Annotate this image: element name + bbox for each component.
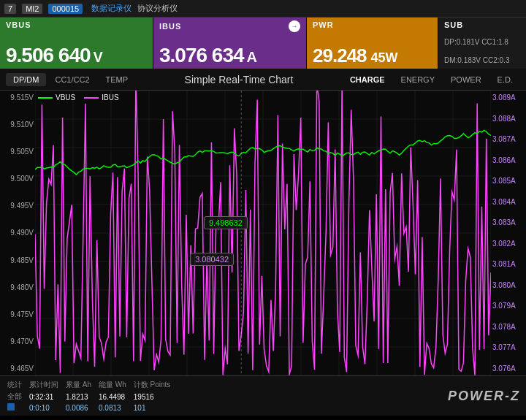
stats-all-points: 19516	[132, 391, 177, 402]
ibus-label: IBUS	[159, 22, 181, 31]
link-protocol-analyzer[interactable]: 协议分析仪	[137, 3, 178, 14]
pwr-unit: 45W	[371, 50, 398, 66]
chart-canvas[interactable]: VBUS IBUS 9.498632 3.080432	[35, 91, 491, 375]
stats-blue-time: 0:0:10	[28, 402, 64, 413]
tab-power[interactable]: POWER	[443, 73, 489, 86]
ibus-block: IBUS → 3.076 634 A	[153, 18, 307, 69]
stats-table: 统计 累计时间 累量 Ah 能量 Wh 计数 Points 全部 0:32:31…	[6, 379, 176, 413]
badge-number: 7	[4, 4, 16, 14]
metrics-row: VBUS 9.506 640 V IBUS → 3.076 634 A PWR …	[0, 18, 526, 69]
vbus-unit: V	[94, 49, 103, 66]
stats-header-ah: 累量 Ah	[64, 379, 97, 391]
stats-blue-wh: 0.0813	[97, 402, 132, 413]
vbus-block: VBUS 9.506 640 V	[0, 18, 153, 69]
tab-ed[interactable]: E.D.	[490, 73, 520, 86]
ibus-arrow-icon: →	[289, 20, 300, 32]
pwr-block: PWR 29.248 45W	[307, 18, 438, 69]
tab-dpdm[interactable]: DP/DM	[6, 73, 46, 86]
ibus-value: 3.076 634	[159, 45, 244, 66]
vbus-legend-label: VBUS	[56, 93, 75, 102]
vbus-label: VBUS	[6, 20, 147, 29]
stats-blue-label	[6, 402, 28, 413]
powerz-logo: POWER-Z	[448, 389, 520, 404]
pwr-label: PWR	[313, 20, 432, 29]
ibus-legend-line	[84, 97, 99, 99]
chart-legend: VBUS IBUS	[38, 93, 119, 102]
badge-id: 000015	[48, 4, 83, 14]
stats-all-label: 全部	[6, 391, 28, 402]
y-axis-left: 9.515V 9.510V 9.505V 9.500V 9.495V 9.490…	[0, 91, 35, 375]
tab-charge[interactable]: CHARGE	[343, 73, 392, 86]
blue-indicator	[7, 403, 15, 411]
link-data-recorder[interactable]: 数据记录仪	[91, 3, 132, 14]
y-axis-right: 3.089A 3.088A 3.087A 3.086A 3.085A 3.084…	[491, 91, 526, 375]
tab-cc1cc2[interactable]: CC1/CC2	[47, 73, 96, 86]
vbus-legend-line	[38, 97, 53, 99]
badge-device: MI2	[22, 4, 42, 14]
chart-area: 9.515V 9.510V 9.505V 9.500V 9.495V 9.490…	[0, 91, 526, 375]
legend-vbus: VBUS	[38, 93, 75, 102]
top-bar: 7 MI2 000015 数据记录仪 协议分析仪	[0, 0, 526, 18]
sub-block: SUB DP:0.181V CC1:1.8 DM:0.183V CC2:0.3	[438, 18, 526, 69]
stats-all-wh: 16.4498	[97, 391, 132, 402]
stats-blue-points: 101	[132, 402, 177, 413]
stats-header-points: 计数 Points	[132, 379, 177, 391]
ibus-legend-label: IBUS	[102, 93, 118, 102]
sub-line2: DM:0.183V CC2:0.3	[444, 55, 520, 66]
stats-all-ah: 1.8213	[64, 391, 97, 402]
stats-row-all: 全部 0:32:31 1.8213 16.4498 19516	[6, 391, 176, 402]
chart-title: Simple Real-Time Chart	[137, 74, 341, 85]
stats-header-label: 统计	[6, 379, 28, 391]
stats-blue-ah: 0.0086	[64, 402, 97, 413]
tab-energy[interactable]: ENERGY	[394, 73, 442, 86]
tab-bar: DP/DM CC1/CC2 TEMP Simple Real-Time Char…	[0, 69, 526, 91]
stats-header-time: 累计时间	[28, 379, 64, 391]
main-chart-canvas[interactable]	[35, 91, 491, 375]
vbus-value: 9.506 640	[6, 45, 91, 66]
legend-ibus: IBUS	[84, 93, 118, 102]
sub-line1: DP:0.181V CC1:1.8	[444, 37, 520, 47]
tab-temp[interactable]: TEMP	[99, 73, 136, 86]
powerz-text: POWER-Z	[448, 389, 520, 403]
sub-label: SUB	[444, 20, 520, 29]
tooltip-vbus: 9.498632	[204, 216, 248, 229]
pwr-value: 29.248	[313, 46, 367, 65]
stats-all-time: 0:32:31	[28, 391, 64, 402]
stats-row-blue: 0:0:10 0.0086 0.0813 101	[6, 402, 176, 413]
ibus-unit: A	[247, 49, 257, 66]
tooltip-ibus: 3.080432	[190, 253, 234, 266]
stats-header-wh: 能量 Wh	[97, 379, 132, 391]
stats-bar: 统计 累计时间 累量 Ah 能量 Wh 计数 Points 全部 0:32:31…	[0, 375, 526, 416]
